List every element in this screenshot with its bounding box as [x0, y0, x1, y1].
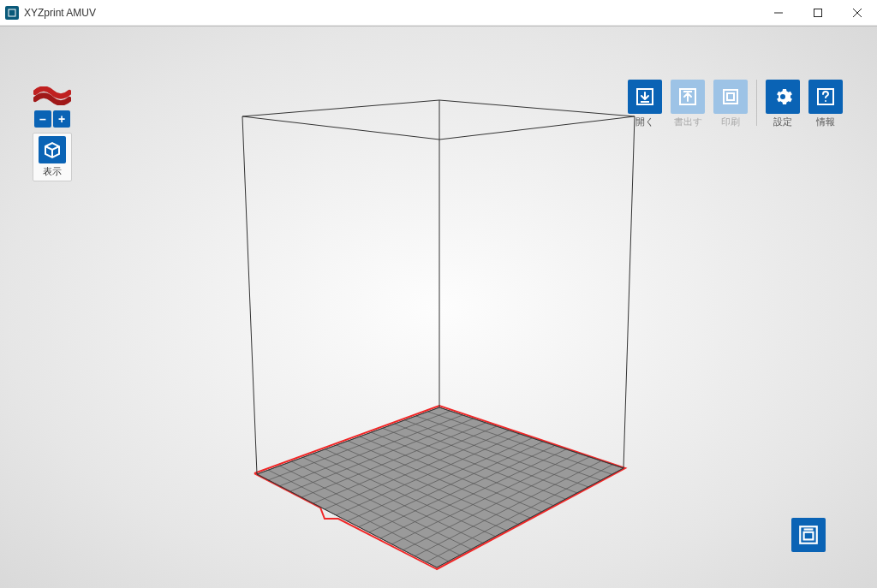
- workspace: – + 表示: [0, 27, 877, 588]
- svg-rect-2: [814, 9, 822, 16]
- svg-rect-63: [804, 532, 814, 540]
- svg-line-51: [242, 116, 439, 140]
- cube-icon: [39, 136, 66, 163]
- svg-line-49: [439, 100, 635, 116]
- help-icon: [808, 80, 843, 114]
- export-button[interactable]: 書出す: [669, 80, 707, 128]
- left-panel: – + 表示: [33, 86, 72, 181]
- open-button[interactable]: 開く: [626, 80, 664, 128]
- print-button[interactable]: 印刷: [712, 80, 749, 128]
- titlebar: XYZprint AMUV: [0, 0, 877, 26]
- settings-label: 設定: [773, 116, 792, 128]
- layer-view-button[interactable]: [791, 518, 826, 552]
- svg-line-46: [623, 116, 635, 468]
- upload-icon: [671, 80, 705, 114]
- svg-point-61: [825, 100, 826, 102]
- svg-line-48: [242, 100, 439, 116]
- zoom-in-button[interactable]: +: [53, 110, 70, 128]
- view-button[interactable]: 表示: [33, 133, 72, 181]
- top-toolbar: 開く 書出す 印刷: [626, 80, 844, 128]
- window-title: XYZprint AMUV: [24, 7, 96, 19]
- gear-icon: [766, 80, 800, 114]
- zoom-out-button[interactable]: –: [34, 110, 51, 128]
- print-label: 印刷: [721, 116, 740, 128]
- app-logo-icon: [33, 86, 71, 105]
- svg-rect-57: [724, 90, 737, 104]
- export-label: 書出す: [674, 116, 702, 128]
- svg-rect-58: [727, 93, 734, 100]
- settings-button[interactable]: 設定: [764, 80, 802, 128]
- open-label: 開く: [635, 116, 654, 128]
- minimize-button[interactable]: [759, 0, 798, 25]
- svg-rect-0: [9, 9, 15, 16]
- zoom-in-label: +: [58, 112, 65, 126]
- svg-line-50: [439, 116, 635, 140]
- svg-line-44: [242, 116, 257, 474]
- app-icon: [5, 6, 19, 20]
- svg-point-59: [780, 94, 785, 99]
- view-label: 表示: [43, 165, 62, 178]
- maximize-button[interactable]: [798, 0, 838, 25]
- frame-icon: [797, 524, 820, 546]
- info-label: 情報: [816, 116, 835, 128]
- zoom-out-label: –: [39, 112, 46, 126]
- info-button[interactable]: 情報: [807, 80, 844, 128]
- print-icon: [713, 80, 748, 114]
- toolbar-separator: [756, 80, 757, 126]
- window-controls: [759, 0, 877, 25]
- download-icon: [628, 80, 662, 114]
- close-button[interactable]: [838, 0, 877, 25]
